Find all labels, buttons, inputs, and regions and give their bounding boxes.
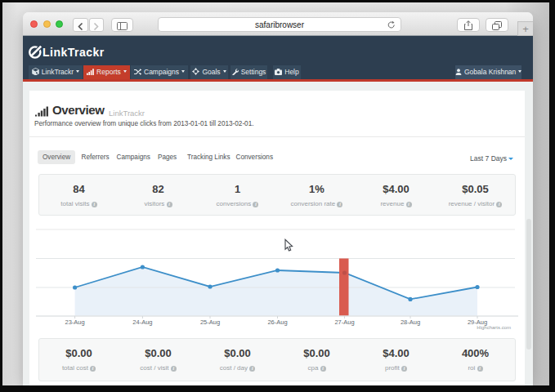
svg-text:23-Aug: 23-Aug xyxy=(65,318,85,326)
svg-text:24-Aug: 24-Aug xyxy=(132,318,152,326)
svg-text:26-Aug: 26-Aug xyxy=(267,318,287,326)
svg-text:Highcharts.com: Highcharts.com xyxy=(477,325,511,330)
svg-text:25-Aug: 25-Aug xyxy=(200,318,220,326)
svg-text:27-Aug: 27-Aug xyxy=(334,318,354,326)
svg-text:28-Aug: 28-Aug xyxy=(401,318,420,326)
